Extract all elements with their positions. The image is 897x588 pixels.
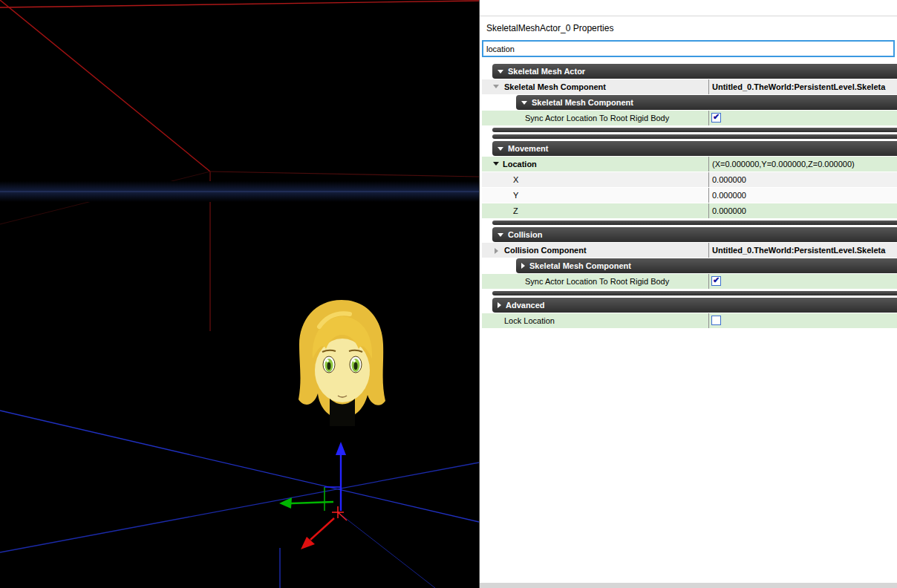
left-eye xyxy=(323,356,335,373)
property-value[interactable]: Untitled_0.TheWorld:PersistentLevel.Skel… xyxy=(708,79,897,94)
right-eye xyxy=(350,356,362,373)
viewport-3d[interactable] xyxy=(0,0,479,588)
gizmo-z-axis[interactable] xyxy=(336,442,346,511)
translation-gizmo xyxy=(279,442,347,549)
collapse-arrow-icon xyxy=(498,233,503,237)
property-row-lock-location[interactable]: Lock Location xyxy=(482,313,897,328)
property-row-skeletal-mesh-component[interactable]: Skeletal Mesh Component Untitled_0.TheWo… xyxy=(482,79,897,94)
column-divider xyxy=(708,274,709,289)
subsection-header-skeletal-mesh-component[interactable]: Skeletal Mesh Component xyxy=(516,95,897,110)
property-label: Z xyxy=(513,203,518,218)
section-divider-bar xyxy=(492,134,897,139)
grid-lines-blue xyxy=(0,411,479,588)
column-divider xyxy=(708,111,709,125)
panel-bottom-strip xyxy=(480,583,897,588)
section-header-movement[interactable]: Movement xyxy=(492,141,897,156)
panel-title: SkeletalMeshActor_0 Properties xyxy=(480,16,897,39)
character-head-mesh[interactable] xyxy=(299,300,385,426)
subsection-title: Skeletal Mesh Component xyxy=(529,261,631,270)
viewport-scene xyxy=(0,0,479,588)
expand-arrow-icon xyxy=(498,302,501,308)
collapse-arrow-icon[interactable] xyxy=(493,85,499,88)
property-value[interactable]: Untitled_0.TheWorld:PersistentLevel.Skel… xyxy=(708,243,897,258)
properties-panel: SkeletalMeshActor_0 Properties Skeletal … xyxy=(479,0,897,588)
property-label: Sync Actor Location To Root Rigid Body xyxy=(525,274,669,289)
collapse-arrow-icon[interactable] xyxy=(493,162,499,166)
collapse-arrow-icon xyxy=(521,101,527,105)
property-label: Sync Actor Location To Root Rigid Body xyxy=(525,111,669,125)
property-value[interactable]: (X=0.000000,Y=0.000000,Z=0.000000) xyxy=(708,157,897,172)
property-label: Y xyxy=(513,188,518,203)
face xyxy=(315,339,370,402)
expand-arrow-icon[interactable] xyxy=(495,248,498,254)
collapse-arrow-icon xyxy=(498,147,503,151)
section-header-advanced[interactable]: Advanced xyxy=(492,298,897,313)
check-icon: ✔ xyxy=(713,276,720,284)
section-title: Advanced xyxy=(506,301,545,310)
property-row-sync-actor-location[interactable]: Sync Actor Location To Root Rigid Body ✔ xyxy=(482,111,897,125)
editor-window: SkeletalMeshActor_0 Properties Skeletal … xyxy=(0,0,897,588)
property-label: Location xyxy=(503,157,537,172)
section-header-skeletal-mesh-actor[interactable]: Skeletal Mesh Actor xyxy=(492,64,897,79)
section-divider-bar xyxy=(492,128,897,132)
property-value[interactable]: 0.000000 xyxy=(708,172,897,187)
property-label: Skeletal Mesh Component xyxy=(504,79,606,94)
property-row-collision-component[interactable]: Collision Component Untitled_0.TheWorld:… xyxy=(482,243,897,258)
section-divider-bar xyxy=(492,291,897,295)
checkbox-checked[interactable]: ✔ xyxy=(711,276,721,286)
brush-wireframe-red xyxy=(0,0,479,331)
property-row-location-z[interactable]: Z 0.000000 xyxy=(482,203,897,218)
checkbox-checked[interactable]: ✔ xyxy=(711,113,721,122)
section-header-collision[interactable]: Collision xyxy=(492,227,897,242)
collapse-arrow-icon xyxy=(498,70,503,74)
property-row-location-x[interactable]: X 0.000000 xyxy=(482,172,897,187)
section-title: Movement xyxy=(508,144,548,153)
column-divider xyxy=(708,313,709,328)
gizmo-y-axis[interactable] xyxy=(279,497,333,509)
property-value[interactable]: 0.000000 xyxy=(708,203,897,218)
checkbox-unchecked[interactable] xyxy=(711,316,721,325)
subsection-header-skeletal-mesh-component-collision[interactable]: Skeletal Mesh Component xyxy=(516,258,897,273)
property-label: Lock Location xyxy=(504,313,555,328)
property-label: Collision Component xyxy=(504,243,587,258)
property-value[interactable]: 0.000000 xyxy=(708,188,897,203)
gizmo-x-axis[interactable] xyxy=(301,518,334,549)
property-row-location[interactable]: Location (X=0.000000,Y=0.000000,Z=0.0000… xyxy=(482,157,897,172)
property-row-location-y[interactable]: Y 0.000000 xyxy=(482,188,897,203)
check-icon: ✔ xyxy=(713,113,720,121)
property-label: X xyxy=(513,172,518,187)
subsection-title: Skeletal Mesh Component xyxy=(532,98,633,107)
expand-arrow-icon xyxy=(521,263,525,269)
section-title: Skeletal Mesh Actor xyxy=(508,67,585,76)
horizon-glow xyxy=(0,181,479,202)
property-row-sync-actor-location-collision[interactable]: Sync Actor Location To Root Rigid Body ✔ xyxy=(482,274,897,289)
search-input[interactable] xyxy=(482,40,895,57)
section-divider-bar xyxy=(492,220,897,225)
search-bar xyxy=(480,39,897,57)
panel-top-strip xyxy=(480,0,897,16)
property-grid: Skeletal Mesh Actor Skeletal Mesh Compon… xyxy=(480,57,897,328)
section-title: Collision xyxy=(508,230,542,239)
